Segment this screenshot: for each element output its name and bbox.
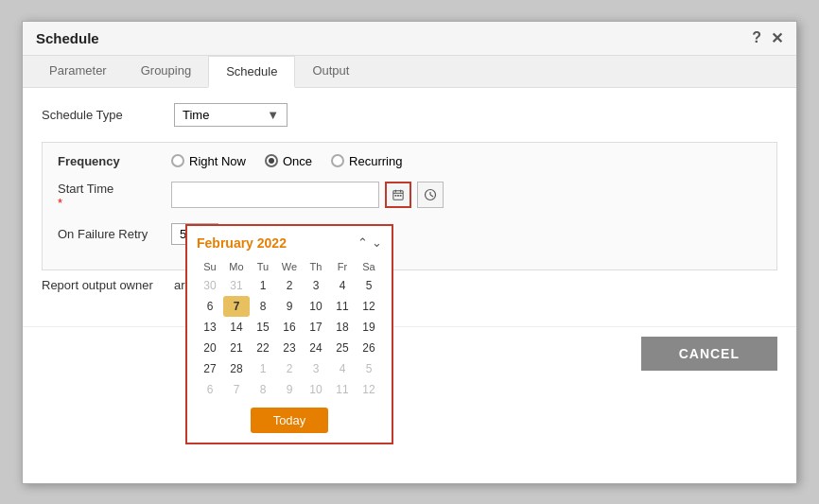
radio-once[interactable]: Once <box>265 154 312 168</box>
calendar-day[interactable]: 19 <box>356 317 382 338</box>
calendar-day[interactable]: 3 <box>303 358 329 379</box>
clock-icon-button[interactable] <box>417 182 444 208</box>
start-time-row: Start Time * <box>58 182 761 210</box>
calendar-day[interactable]: 15 <box>250 317 276 338</box>
on-failure-retry-label: On Failure Retry <box>58 227 171 241</box>
close-icon[interactable]: ✕ <box>771 29 783 47</box>
dropdown-arrow-icon: ▼ <box>267 108 279 122</box>
calendar-day[interactable]: 1 <box>250 358 276 379</box>
calendar-day[interactable]: 13 <box>197 317 223 338</box>
calendar-popup: February 2022 ⌃ ⌄ Su Mo Tu <box>185 224 393 444</box>
frequency-label: Frequency <box>58 154 171 168</box>
radio-right-now[interactable]: Right Now <box>171 154 246 168</box>
calendar-header: February 2022 ⌃ ⌄ <box>197 235 382 251</box>
calendar-day[interactable]: 1 <box>250 275 276 296</box>
radio-circle-once <box>265 154 278 167</box>
dialog-header: Schedule ? ✕ <box>23 22 796 56</box>
schedule-type-value: Time <box>183 108 209 122</box>
frequency-section: Frequency Right Now Once Rec <box>42 142 777 270</box>
tabs-bar: Parameter Grouping Schedule Output <box>23 56 796 88</box>
schedule-type-row: Schedule Type Time ▼ <box>42 103 777 127</box>
report-output-owner-label: Report output owner <box>42 278 174 292</box>
calendar-prev-button[interactable]: ⌃ <box>357 235 368 250</box>
calendar-day[interactable]: 12 <box>356 379 382 400</box>
dialog-footer: CANCEL <box>23 326 796 380</box>
calendar-day[interactable]: 20 <box>197 338 223 358</box>
calendar-month-year: February 2022 <box>197 235 287 251</box>
calendar-day[interactable]: 6 <box>197 296 223 317</box>
radio-circle-recurring <box>331 154 344 167</box>
calendar-day[interactable]: 6 <box>197 379 223 400</box>
calendar-day[interactable]: 24 <box>303 338 329 358</box>
weekday-mo: Mo <box>223 258 250 275</box>
calendar-day[interactable]: 17 <box>303 317 329 338</box>
weekday-th: Th <box>303 258 329 275</box>
frequency-row: Frequency Right Now Once Rec <box>58 154 761 168</box>
calendar-day[interactable]: 28 <box>223 358 250 379</box>
calendar-day[interactable]: 12 <box>356 296 382 317</box>
radio-label-once: Once <box>283 154 312 168</box>
schedule-dialog: Schedule ? ✕ Parameter Grouping Schedule… <box>22 21 797 484</box>
calendar-day[interactable]: 27 <box>197 358 223 379</box>
calendar-day[interactable]: 11 <box>329 379 356 400</box>
time-input-group <box>171 182 444 208</box>
calendar-day[interactable]: 26 <box>356 338 382 358</box>
calendar-day[interactable]: 22 <box>250 338 276 358</box>
weekday-we: We <box>276 258 303 275</box>
help-icon[interactable]: ? <box>752 29 761 46</box>
tab-output[interactable]: Output <box>295 56 366 87</box>
calendar-day[interactable]: 4 <box>329 358 356 379</box>
weekday-sa: Sa <box>356 258 382 275</box>
calendar-day[interactable]: 10 <box>303 296 329 317</box>
schedule-type-select[interactable]: Time ▼ <box>174 103 288 127</box>
calendar-day[interactable]: 18 <box>329 317 356 338</box>
calendar-day[interactable]: 31 <box>223 275 250 296</box>
svg-rect-5 <box>397 195 399 197</box>
calendar-day[interactable]: 5 <box>356 358 382 379</box>
calendar-day[interactable]: 2 <box>276 358 303 379</box>
calendar-day[interactable]: 9 <box>276 296 303 317</box>
header-icons: ? ✕ <box>752 29 783 47</box>
calendar-day[interactable]: 16 <box>276 317 303 338</box>
start-time-input[interactable] <box>171 182 379 208</box>
radio-label-recurring: Recurring <box>349 154 402 168</box>
weekday-fr: Fr <box>329 258 356 275</box>
today-button[interactable]: Today <box>251 408 329 433</box>
calendar-day[interactable]: 8 <box>250 296 276 317</box>
calendar-day[interactable]: 30 <box>197 275 223 296</box>
cancel-button[interactable]: CANCEL <box>641 337 777 371</box>
calendar-day[interactable]: 14 <box>223 317 250 338</box>
tab-grouping[interactable]: Grouping <box>124 56 208 87</box>
required-asterisk: * <box>58 196 171 210</box>
on-failure-retry-row: On Failure Retry 1 2 3 4 5 6 7 8 9 10 <box>58 223 761 245</box>
tab-parameter[interactable]: Parameter <box>32 56 124 87</box>
frequency-radio-group: Right Now Once Recurring <box>171 154 402 168</box>
tab-schedule[interactable]: Schedule <box>208 56 295 88</box>
calendar-day[interactable]: 4 <box>329 275 356 296</box>
calendar-day[interactable]: 7 <box>223 379 250 400</box>
radio-label-right-now: Right Now <box>189 154 246 168</box>
calendar-next-button[interactable]: ⌄ <box>372 235 382 250</box>
calendar-day[interactable]: 8 <box>250 379 276 400</box>
calendar-grid: Su Mo Tu We Th Fr Sa 3031123456 <box>197 258 382 400</box>
calendar-day[interactable]: 5 <box>356 275 382 296</box>
dialog-body: Schedule Type Time ▼ Frequency Right Now <box>23 88 796 307</box>
calendar-day[interactable]: 7 <box>223 296 250 317</box>
calendar-day[interactable]: 25 <box>329 338 356 358</box>
svg-rect-6 <box>400 195 402 197</box>
calendar-icon-button[interactable] <box>385 182 411 208</box>
calendar-day[interactable]: 21 <box>223 338 250 358</box>
report-output-owner-row: Report output owner are <box>42 278 777 292</box>
calendar-day[interactable]: 23 <box>276 338 303 358</box>
calendar-day[interactable]: 11 <box>329 296 356 317</box>
weekday-su: Su <box>197 258 223 275</box>
radio-recurring[interactable]: Recurring <box>331 154 402 168</box>
svg-line-9 <box>430 195 433 197</box>
calendar-day[interactable]: 3 <box>303 275 329 296</box>
start-time-label: Start Time * <box>58 182 171 210</box>
schedule-type-label: Schedule Type <box>42 108 174 122</box>
calendar-day[interactable]: 9 <box>276 379 303 400</box>
calendar-day[interactable]: 10 <box>303 379 329 400</box>
calendar-day[interactable]: 2 <box>276 275 303 296</box>
dialog-title: Schedule <box>36 30 99 46</box>
